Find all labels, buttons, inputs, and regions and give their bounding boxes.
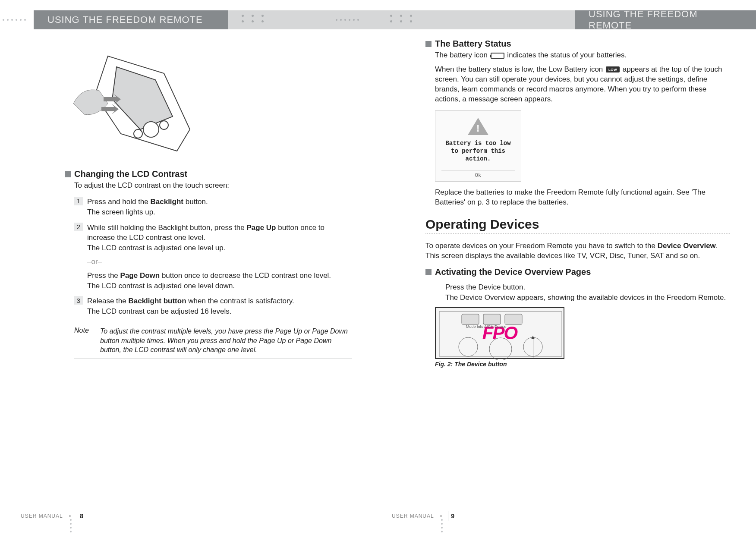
page-number: 9 [448,511,458,521]
bullet-square-icon [425,41,432,47]
header-bar: USING THE FREEDOM REMOTE [378,10,756,29]
step-subtext: The LCD contrast can be adjusted 16 leve… [87,307,232,315]
step-subtext: The LCD contrast is adjusted one level u… [87,244,225,252]
header-title-left: USING THE FREEDOM REMOTE [34,10,228,29]
paragraph: To operate devices on your Freedom Remot… [425,241,730,261]
remote-illustration [60,43,207,155]
step-2: 2 While still holding the Backlight butt… [74,223,352,291]
content-right: The Battery Status The battery icon indi… [425,39,730,368]
header-title-right: USING THE FREEDOM REMOTE [575,10,756,29]
heading-text: The Battery Status [435,39,511,49]
step-text: While still holding the Backlight button… [87,223,324,242]
device-figure: Mode Info A/CH Device FPO [435,307,564,359]
decorative-dots [242,15,264,26]
footer-right: USER MANUAL 9 [392,511,458,521]
battery-icon [491,53,504,59]
paragraph: When the battery status is low, the Low … [435,65,730,104]
page-number: 8 [77,511,87,521]
intro-text: To adjust the LCD contrast on the touch … [74,181,352,191]
step-text-alt: Press the Page Down button once to decre… [87,271,331,280]
section-heading: Changing the LCD Contrast [65,169,352,179]
margin-dots [70,519,72,532]
footer-left: USER MANUAL 8 [21,511,87,521]
svg-rect-9 [483,314,501,324]
page-left: USING THE FREEDOM REMOTE [0,0,378,535]
heading-text: Activating the Device Overview Pages [435,267,591,277]
note-label: Note [74,327,100,355]
step-device: Press the Device button. The Device Over… [435,282,730,303]
screen-ok-button: Ok [441,170,515,179]
step-number: 3 [74,296,83,305]
content-left: Changing the LCD Contrast To adjust the … [65,43,352,359]
section-heading: Activating the Device Overview Pages [425,267,730,277]
heading-text: Changing the LCD Contrast [74,169,187,179]
svg-rect-10 [505,314,522,324]
warning-triangle-icon [468,118,488,135]
note-text: To adjust the contrast multiple levels, … [100,327,352,355]
footer-label: USER MANUAL [392,513,434,519]
bullet-square-icon [435,283,441,290]
step-text: Release the Backlight button when the co… [87,297,294,305]
step-number: 1 [74,197,83,205]
page-right: USING THE FREEDOM REMOTE The Battery Sta… [378,0,756,535]
svg-point-4 [134,129,142,138]
svg-point-11 [459,337,478,356]
header-bar: USING THE FREEDOM REMOTE [0,10,378,29]
paragraph: Replace the batteries to make the Freedo… [435,188,730,208]
or-text: –or– [87,257,352,267]
screen-message: Battery is too low to perform this actio… [441,139,515,163]
low-battery-icon [606,66,620,72]
svg-rect-8 [462,314,479,324]
figure-caption: Fig. 2: The Device button [435,361,730,368]
screen-mockup: Battery is too low to perform this actio… [435,110,521,182]
svg-point-2 [143,122,159,137]
margin-dots [336,19,359,21]
step-subtext-alt: The LCD contrast is adjusted one level d… [87,282,235,290]
margin-dots [441,519,443,532]
step-subtext: The screen lights up. [87,208,155,216]
step-1: 1 Press and hold the Backlight button. T… [74,197,352,217]
step-number: 2 [74,223,83,231]
paragraph: The battery icon indicates the status of… [435,50,730,60]
step-subtext: The Device Overview appears, showing the… [445,293,726,302]
note-block: Note To adjust the contrast multiple lev… [74,323,352,359]
footer-label: USER MANUAL [21,513,63,519]
bullet-square-icon [65,171,71,177]
step-text: Press the Device button. [445,283,525,291]
step-3: 3 Release the Backlight button when the … [74,296,352,317]
arrow-icon [533,338,533,359]
bullet-square-icon [425,269,432,275]
dotted-rule [425,233,730,234]
major-heading: Operating Devices [425,217,730,232]
svg-point-3 [160,121,168,129]
section-heading: The Battery Status [425,39,730,49]
svg-text:Mode Info A/CH Device: Mode Info A/CH Device [466,324,507,329]
step-text: Press and hold the Backlight button. [87,198,208,206]
